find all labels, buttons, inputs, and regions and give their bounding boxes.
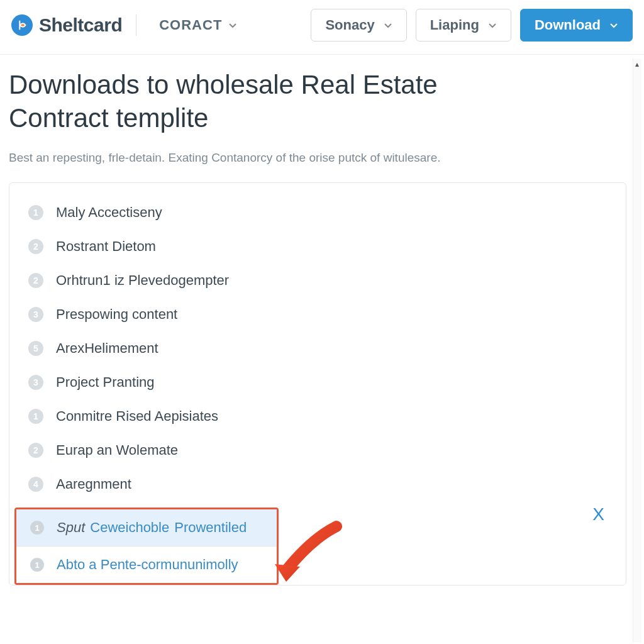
chevron-down-icon bbox=[609, 21, 618, 30]
item-label: Prespowing content bbox=[56, 306, 177, 323]
item-label: Eurap an Wolemate bbox=[56, 442, 178, 458]
chevron-down-icon bbox=[488, 21, 497, 30]
list-item[interactable]: 2Rostrant Dietom bbox=[9, 230, 626, 264]
item-badge: 2 bbox=[28, 239, 43, 254]
item-label: Conmitre Rised Aepisiates bbox=[56, 408, 218, 425]
download-button[interactable]: Download bbox=[520, 9, 633, 42]
logo-icon bbox=[11, 14, 33, 36]
highlight-badge-1: 1 bbox=[30, 521, 44, 535]
item-label: ArexHelimement bbox=[56, 340, 158, 357]
item-badge: 4 bbox=[28, 477, 43, 492]
list-item[interactable]: 3Project Pranting bbox=[9, 365, 626, 399]
scroll-up-icon[interactable]: ▴ bbox=[633, 58, 641, 70]
item-badge: 3 bbox=[28, 307, 43, 322]
liaping-button[interactable]: Liaping bbox=[416, 9, 511, 42]
list-item[interactable]: 3Prespowing content bbox=[9, 297, 626, 331]
list-item[interactable]: 4Aaregnment bbox=[9, 467, 626, 501]
item-badge: 3 bbox=[28, 375, 43, 390]
highlight-text-ceweichoble: Ceweichoble bbox=[90, 519, 169, 536]
header-bar: Sheltcard CORACT Sonacy Liaping Download bbox=[0, 0, 644, 55]
highlight-text-sput: Sput bbox=[57, 519, 85, 536]
item-badge: 5 bbox=[28, 341, 43, 356]
nav-coract-label: CORACT bbox=[159, 17, 222, 33]
chevron-down-icon bbox=[228, 21, 237, 30]
highlight-row-2[interactable]: 1 Abto a Pente-cormununimolly bbox=[16, 546, 277, 583]
liaping-label: Liaping bbox=[430, 17, 479, 33]
item-badge: 2 bbox=[28, 443, 43, 458]
item-label: Project Pranting bbox=[56, 374, 155, 391]
page-subtitle: Best an repesting, frle-detain. Exating … bbox=[9, 151, 512, 165]
page-title: Downloads to wholesale Real Estate Contr… bbox=[9, 69, 487, 135]
download-label: Download bbox=[535, 17, 601, 33]
sonacy-button[interactable]: Sonacy bbox=[311, 9, 406, 42]
highlight-text-prowentiled: Prowentiled bbox=[174, 519, 247, 536]
highlight-row-1[interactable]: 1 Sput Ceweichoble Prowentiled bbox=[16, 509, 277, 546]
list-item[interactable]: 1Conmitre Rised Aepisiates bbox=[9, 399, 626, 433]
list-item[interactable]: 2Orhtrun1 iz Plevedogempter bbox=[9, 264, 626, 297]
item-label: Orhtrun1 iz Plevedogempter bbox=[56, 272, 229, 289]
highlight-text-abto: Abto a Pente-cormununimolly bbox=[57, 557, 238, 573]
content-area: ▴ Downloads to wholesale Real Estate Con… bbox=[0, 55, 644, 644]
close-icon[interactable]: X bbox=[592, 504, 604, 525]
highlight-box: 1 Sput Ceweichoble Prowentiled 1 Abto a … bbox=[14, 508, 279, 585]
nav-coract[interactable]: CORACT bbox=[150, 11, 246, 40]
list-item[interactable]: 1Maly Accectiseny bbox=[9, 196, 626, 230]
item-badge: 2 bbox=[28, 273, 43, 288]
annotation-arrow-icon bbox=[267, 520, 343, 586]
list-item[interactable]: 5ArexHelimement bbox=[9, 331, 626, 365]
item-label: Aaregnment bbox=[56, 476, 131, 492]
sonacy-label: Sonacy bbox=[325, 17, 374, 33]
item-label: Maly Accectiseny bbox=[56, 204, 162, 221]
item-badge: 1 bbox=[28, 205, 43, 220]
logo-text: Sheltcard bbox=[39, 14, 122, 36]
logo[interactable]: Sheltcard bbox=[11, 14, 122, 36]
item-badge: 1 bbox=[28, 409, 43, 424]
list-card: 1Maly Accectiseny2Rostrant Dietom2Orhtru… bbox=[9, 182, 626, 586]
scrollbar[interactable]: ▴ bbox=[633, 58, 641, 642]
highlight-badge-2: 1 bbox=[30, 558, 44, 572]
chevron-down-icon bbox=[384, 21, 392, 30]
nav: CORACT bbox=[150, 11, 246, 40]
divider bbox=[136, 14, 136, 36]
item-list: 1Maly Accectiseny2Rostrant Dietom2Orhtru… bbox=[9, 196, 626, 501]
item-label: Rostrant Dietom bbox=[56, 238, 156, 255]
list-item[interactable]: 2Eurap an Wolemate bbox=[9, 433, 626, 467]
